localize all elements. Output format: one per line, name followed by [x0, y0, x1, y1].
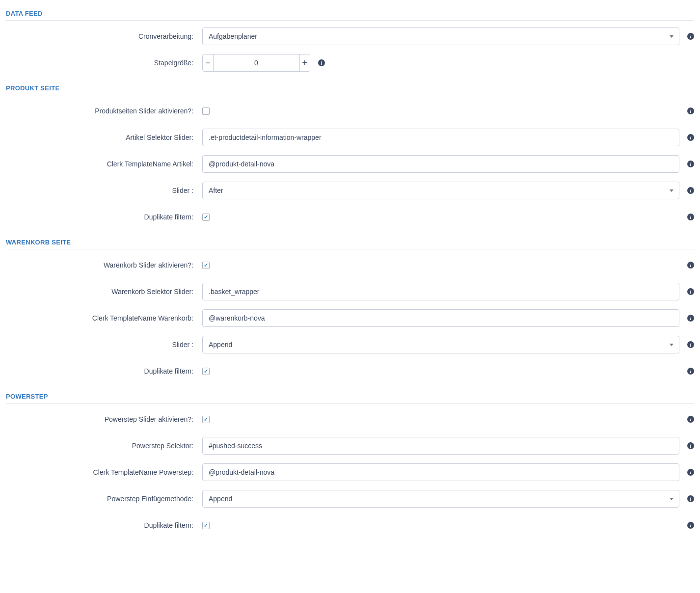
row-cart-slider: Slider : Append: [6, 336, 694, 353]
row-product-filter: Duplikate filtern:: [6, 208, 694, 226]
row-product-activate: Produktseiten Slider aktivieren?:: [6, 102, 694, 120]
product-activate-label: Produktseiten Slider aktivieren?:: [6, 107, 202, 115]
powerstep-insert-select[interactable]: Append: [202, 490, 679, 508]
product-filter-label: Duplikate filtern:: [6, 213, 202, 221]
cart-activate-label: Warenkorb Slider aktivieren?:: [6, 261, 202, 269]
cart-filter-checkbox[interactable]: [202, 368, 210, 375]
batch-input[interactable]: [214, 54, 299, 71]
info-icon[interactable]: [687, 315, 694, 322]
powerstep-selector-input[interactable]: [202, 437, 679, 455]
cron-label: Cronverarbeitung:: [6, 32, 202, 40]
info-icon[interactable]: [687, 134, 694, 141]
cart-selector-input[interactable]: [202, 283, 679, 300]
row-powerstep-activate: Powerstep Slider aktivieren?:: [6, 410, 694, 428]
info-icon[interactable]: [687, 416, 694, 423]
powerstep-template-label: Clerk TemplateName Powerstep:: [6, 468, 202, 476]
info-icon[interactable]: [687, 187, 694, 194]
cart-slider-select[interactable]: Append: [202, 336, 679, 353]
info-icon[interactable]: [687, 522, 694, 529]
section-title-product-page: PRODUKT SEITE: [6, 81, 694, 95]
info-icon[interactable]: [687, 442, 694, 449]
product-activate-checkbox[interactable]: [202, 108, 210, 115]
info-icon[interactable]: [318, 59, 325, 66]
info-icon[interactable]: [687, 495, 694, 502]
section-divider: [6, 20, 694, 21]
section-title-powerstep: POWERSTEP: [6, 389, 694, 403]
row-product-template: Clerk TemplateName Artikel:: [6, 155, 694, 173]
section-divider: [6, 249, 694, 249]
powerstep-activate-checkbox[interactable]: [202, 416, 210, 423]
row-cart-template: Clerk TemplateName Warenkorb:: [6, 309, 694, 327]
row-cart-activate: Warenkorb Slider aktivieren?:: [6, 256, 694, 274]
info-icon[interactable]: [687, 262, 694, 269]
cart-slider-label: Slider :: [6, 341, 202, 349]
powerstep-insert-label: Powerstep Einfügemethode:: [6, 495, 202, 503]
row-product-slider: Slider : After: [6, 182, 694, 199]
row-cart-filter: Duplikate filtern:: [6, 362, 694, 380]
section-divider: [6, 95, 694, 95]
powerstep-filter-label: Duplikate filtern:: [6, 521, 202, 529]
info-icon[interactable]: [687, 368, 694, 375]
batch-stepper: − +: [202, 54, 310, 72]
product-slider-label: Slider :: [6, 187, 202, 194]
product-filter-checkbox[interactable]: [202, 214, 210, 221]
product-template-label: Clerk TemplateName Artikel:: [6, 160, 202, 168]
row-batch: Stapelgröße: − +: [6, 54, 694, 72]
row-powerstep-insert: Powerstep Einfügemethode: Append: [6, 490, 694, 508]
cart-filter-label: Duplikate filtern:: [6, 367, 202, 375]
cart-template-label: Clerk TemplateName Warenkorb:: [6, 314, 202, 322]
product-template-input[interactable]: [202, 155, 679, 173]
cart-template-input[interactable]: [202, 309, 679, 327]
cart-selector-label: Warenkorb Selektor Slider:: [6, 288, 202, 296]
product-selector-input[interactable]: [202, 129, 679, 146]
product-slider-select[interactable]: After: [202, 182, 679, 199]
row-cron: Cronverarbeitung: Aufgabenplaner: [6, 27, 694, 45]
powerstep-selector-label: Powerstep Selektor:: [6, 442, 202, 450]
powerstep-template-input[interactable]: [202, 463, 679, 481]
info-icon[interactable]: [687, 161, 694, 167]
info-icon[interactable]: [687, 33, 694, 40]
info-icon[interactable]: [687, 469, 694, 476]
info-icon[interactable]: [687, 288, 694, 295]
info-icon[interactable]: [687, 108, 694, 114]
info-icon[interactable]: [687, 341, 694, 348]
cron-select[interactable]: Aufgabenplaner: [202, 27, 679, 45]
stepper-minus-button[interactable]: −: [203, 54, 214, 71]
stepper-plus-button[interactable]: +: [299, 54, 310, 71]
section-divider: [6, 403, 694, 404]
row-powerstep-filter: Duplikate filtern:: [6, 516, 694, 534]
powerstep-activate-label: Powerstep Slider aktivieren?:: [6, 415, 202, 423]
section-title-cart-page: WARENKORB SEITE: [6, 235, 694, 249]
cart-activate-checkbox[interactable]: [202, 262, 210, 269]
product-selector-label: Artikel Selektor Slider:: [6, 134, 202, 141]
row-product-selector: Artikel Selektor Slider:: [6, 129, 694, 146]
batch-label: Stapelgröße:: [6, 59, 202, 67]
info-icon[interactable]: [687, 214, 694, 220]
section-title-data-feed: DATA FEED: [6, 6, 694, 20]
row-cart-selector: Warenkorb Selektor Slider:: [6, 283, 694, 300]
row-powerstep-selector: Powerstep Selektor:: [6, 437, 694, 455]
powerstep-filter-checkbox[interactable]: [202, 522, 210, 529]
row-powerstep-template: Clerk TemplateName Powerstep:: [6, 463, 694, 481]
